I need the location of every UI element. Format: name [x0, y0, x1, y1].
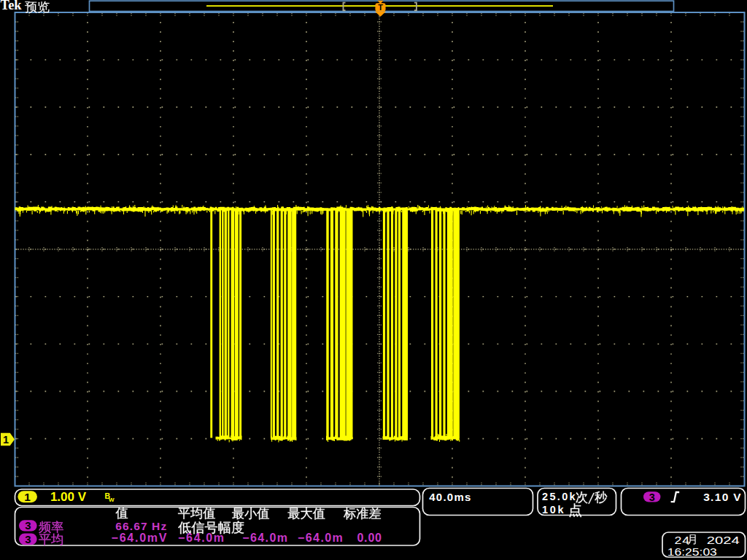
svg-text:3: 3: [25, 519, 31, 532]
svg-text:25.0k: 25.0k: [542, 491, 576, 502]
svg-text:−64.0m: −64.0m: [242, 532, 287, 544]
svg-text:1: 1: [3, 434, 9, 446]
svg-text:16:25:03: 16:25:03: [667, 545, 717, 558]
svg-text:Tek: Tek: [1, 0, 23, 12]
svg-text:10k: 10k: [542, 504, 564, 516]
svg-text:1.00 V: 1.00 V: [50, 490, 87, 504]
svg-text:3.10 V: 3.10 V: [703, 491, 741, 503]
svg-text:1: 1: [24, 491, 31, 503]
svg-text:3: 3: [25, 533, 31, 545]
svg-text:66.67 Hz: 66.67 Hz: [115, 520, 166, 532]
svg-text:W: W: [109, 497, 115, 503]
svg-text:−64.0m: −64.0m: [298, 532, 343, 544]
svg-text:T: T: [378, 3, 383, 12]
svg-text:−64.0mV: −64.0mV: [112, 532, 167, 544]
svg-text:0.00: 0.00: [357, 532, 382, 544]
svg-text:2: 2: [674, 534, 681, 546]
svg-text:3: 3: [649, 491, 655, 503]
